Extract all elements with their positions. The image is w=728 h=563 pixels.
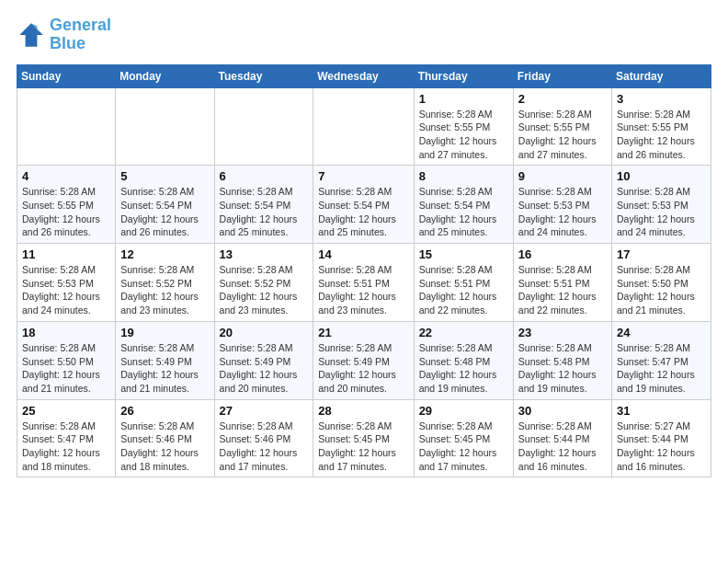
calendar-cell: 20Sunrise: 5:28 AM Sunset: 5:49 PM Dayli… bbox=[214, 321, 313, 399]
page: General Blue SundayMondayTuesdayWednesda… bbox=[0, 0, 728, 488]
calendar-cell bbox=[116, 87, 214, 166]
calendar-cell: 27Sunrise: 5:28 AM Sunset: 5:46 PM Dayli… bbox=[214, 399, 313, 477]
day-number: 25 bbox=[22, 404, 110, 418]
day-number: 31 bbox=[617, 404, 706, 418]
day-number: 21 bbox=[318, 326, 408, 339]
day-number: 8 bbox=[419, 169, 508, 183]
calendar-cell: 30Sunrise: 5:28 AM Sunset: 5:44 PM Dayli… bbox=[513, 399, 611, 477]
day-number: 11 bbox=[22, 247, 110, 261]
day-number: 17 bbox=[617, 247, 706, 261]
day-number: 13 bbox=[220, 247, 309, 261]
header: General Blue bbox=[17, 17, 711, 53]
day-detail: Sunrise: 5:28 AM Sunset: 5:45 PM Dayligh… bbox=[419, 419, 508, 474]
calendar-cell: 12Sunrise: 5:28 AM Sunset: 5:52 PM Dayli… bbox=[116, 244, 214, 322]
day-detail: Sunrise: 5:28 AM Sunset: 5:48 PM Dayligh… bbox=[518, 341, 607, 396]
calendar-week-row: 1Sunrise: 5:28 AM Sunset: 5:55 PM Daylig… bbox=[17, 87, 711, 166]
day-detail: Sunrise: 5:28 AM Sunset: 5:53 PM Dayligh… bbox=[518, 185, 607, 239]
logo-icon bbox=[17, 20, 46, 50]
day-number: 9 bbox=[518, 169, 607, 183]
day-detail: Sunrise: 5:28 AM Sunset: 5:54 PM Dayligh… bbox=[220, 185, 309, 239]
day-detail: Sunrise: 5:28 AM Sunset: 5:48 PM Dayligh… bbox=[419, 341, 508, 396]
day-number: 19 bbox=[120, 326, 209, 339]
calendar-cell bbox=[313, 87, 414, 166]
day-detail: Sunrise: 5:28 AM Sunset: 5:46 PM Dayligh… bbox=[120, 419, 209, 474]
calendar-header-sunday: Sunday bbox=[17, 64, 116, 87]
day-number: 5 bbox=[120, 169, 209, 183]
day-detail: Sunrise: 5:28 AM Sunset: 5:54 PM Dayligh… bbox=[419, 185, 508, 239]
calendar-header-friday: Friday bbox=[513, 64, 611, 87]
day-detail: Sunrise: 5:28 AM Sunset: 5:51 PM Dayligh… bbox=[518, 263, 607, 317]
day-detail: Sunrise: 5:28 AM Sunset: 5:45 PM Dayligh… bbox=[318, 419, 408, 474]
calendar-week-row: 18Sunrise: 5:28 AM Sunset: 5:50 PM Dayli… bbox=[17, 321, 711, 399]
day-detail: Sunrise: 5:28 AM Sunset: 5:51 PM Dayligh… bbox=[419, 263, 508, 317]
day-detail: Sunrise: 5:28 AM Sunset: 5:54 PM Dayligh… bbox=[318, 185, 408, 239]
calendar-cell: 11Sunrise: 5:28 AM Sunset: 5:53 PM Dayli… bbox=[17, 244, 116, 322]
day-detail: Sunrise: 5:28 AM Sunset: 5:47 PM Dayligh… bbox=[22, 419, 110, 474]
day-detail: Sunrise: 5:28 AM Sunset: 5:55 PM Dayligh… bbox=[419, 108, 508, 162]
day-detail: Sunrise: 5:28 AM Sunset: 5:55 PM Dayligh… bbox=[617, 108, 706, 162]
day-number: 24 bbox=[617, 326, 706, 339]
calendar-cell: 26Sunrise: 5:28 AM Sunset: 5:46 PM Dayli… bbox=[116, 399, 214, 477]
svg-marker-0 bbox=[19, 23, 43, 47]
day-number: 3 bbox=[617, 92, 706, 106]
calendar-cell: 25Sunrise: 5:28 AM Sunset: 5:47 PM Dayli… bbox=[17, 399, 116, 477]
calendar-cell: 24Sunrise: 5:28 AM Sunset: 5:47 PM Dayli… bbox=[612, 321, 711, 399]
calendar-cell: 18Sunrise: 5:28 AM Sunset: 5:50 PM Dayli… bbox=[17, 321, 116, 399]
calendar-cell: 23Sunrise: 5:28 AM Sunset: 5:48 PM Dayli… bbox=[513, 321, 611, 399]
day-number: 30 bbox=[518, 404, 607, 418]
calendar-cell: 7Sunrise: 5:28 AM Sunset: 5:54 PM Daylig… bbox=[313, 166, 414, 244]
day-detail: Sunrise: 5:28 AM Sunset: 5:52 PM Dayligh… bbox=[120, 263, 209, 317]
day-number: 28 bbox=[318, 404, 408, 418]
calendar-cell bbox=[214, 87, 313, 166]
day-detail: Sunrise: 5:28 AM Sunset: 5:50 PM Dayligh… bbox=[22, 341, 110, 396]
day-detail: Sunrise: 5:28 AM Sunset: 5:54 PM Dayligh… bbox=[120, 185, 209, 239]
day-number: 16 bbox=[518, 247, 607, 261]
day-number: 1 bbox=[419, 92, 508, 106]
day-detail: Sunrise: 5:28 AM Sunset: 5:51 PM Dayligh… bbox=[318, 263, 408, 317]
day-detail: Sunrise: 5:28 AM Sunset: 5:44 PM Dayligh… bbox=[518, 419, 607, 474]
day-number: 6 bbox=[220, 169, 309, 183]
calendar-cell: 5Sunrise: 5:28 AM Sunset: 5:54 PM Daylig… bbox=[116, 166, 214, 244]
day-number: 18 bbox=[22, 326, 110, 339]
day-detail: Sunrise: 5:28 AM Sunset: 5:49 PM Dayligh… bbox=[318, 341, 408, 396]
calendar-cell: 28Sunrise: 5:28 AM Sunset: 5:45 PM Dayli… bbox=[313, 399, 414, 477]
day-number: 15 bbox=[419, 247, 508, 261]
calendar-cell: 1Sunrise: 5:28 AM Sunset: 5:55 PM Daylig… bbox=[414, 87, 513, 166]
calendar-header-tuesday: Tuesday bbox=[214, 64, 313, 87]
day-detail: Sunrise: 5:27 AM Sunset: 5:44 PM Dayligh… bbox=[617, 419, 706, 474]
calendar-cell: 14Sunrise: 5:28 AM Sunset: 5:51 PM Dayli… bbox=[313, 244, 414, 322]
calendar-cell: 21Sunrise: 5:28 AM Sunset: 5:49 PM Dayli… bbox=[313, 321, 414, 399]
day-number: 12 bbox=[120, 247, 209, 261]
day-detail: Sunrise: 5:28 AM Sunset: 5:55 PM Dayligh… bbox=[22, 185, 110, 239]
calendar-cell: 15Sunrise: 5:28 AM Sunset: 5:51 PM Dayli… bbox=[414, 244, 513, 322]
day-number: 10 bbox=[617, 169, 706, 183]
day-number: 26 bbox=[120, 404, 209, 418]
calendar-cell: 2Sunrise: 5:28 AM Sunset: 5:55 PM Daylig… bbox=[513, 87, 611, 166]
calendar-header-row: SundayMondayTuesdayWednesdayThursdayFrid… bbox=[17, 64, 711, 87]
calendar-cell: 19Sunrise: 5:28 AM Sunset: 5:49 PM Dayli… bbox=[116, 321, 214, 399]
calendar-cell bbox=[17, 87, 116, 166]
day-number: 27 bbox=[220, 404, 309, 418]
calendar-cell: 6Sunrise: 5:28 AM Sunset: 5:54 PM Daylig… bbox=[214, 166, 313, 244]
calendar-week-row: 4Sunrise: 5:28 AM Sunset: 5:55 PM Daylig… bbox=[17, 166, 711, 244]
day-detail: Sunrise: 5:28 AM Sunset: 5:49 PM Dayligh… bbox=[220, 341, 309, 396]
day-detail: Sunrise: 5:28 AM Sunset: 5:47 PM Dayligh… bbox=[617, 341, 706, 396]
day-detail: Sunrise: 5:28 AM Sunset: 5:53 PM Dayligh… bbox=[22, 263, 110, 317]
day-detail: Sunrise: 5:28 AM Sunset: 5:53 PM Dayligh… bbox=[617, 185, 706, 239]
day-number: 4 bbox=[22, 169, 110, 183]
calendar-cell: 13Sunrise: 5:28 AM Sunset: 5:52 PM Dayli… bbox=[214, 244, 313, 322]
logo: General Blue bbox=[17, 17, 111, 53]
day-number: 7 bbox=[318, 169, 408, 183]
day-number: 20 bbox=[220, 326, 309, 339]
calendar-week-row: 11Sunrise: 5:28 AM Sunset: 5:53 PM Dayli… bbox=[17, 244, 711, 322]
day-detail: Sunrise: 5:28 AM Sunset: 5:46 PM Dayligh… bbox=[220, 419, 309, 474]
calendar-cell: 31Sunrise: 5:27 AM Sunset: 5:44 PM Dayli… bbox=[612, 399, 711, 477]
calendar-cell: 9Sunrise: 5:28 AM Sunset: 5:53 PM Daylig… bbox=[513, 166, 611, 244]
day-detail: Sunrise: 5:28 AM Sunset: 5:52 PM Dayligh… bbox=[220, 263, 309, 317]
day-number: 14 bbox=[318, 247, 408, 261]
calendar-cell: 4Sunrise: 5:28 AM Sunset: 5:55 PM Daylig… bbox=[17, 166, 116, 244]
calendar-header-saturday: Saturday bbox=[612, 64, 711, 87]
calendar-cell: 22Sunrise: 5:28 AM Sunset: 5:48 PM Dayli… bbox=[414, 321, 513, 399]
day-number: 23 bbox=[518, 326, 607, 339]
day-number: 2 bbox=[518, 92, 607, 106]
